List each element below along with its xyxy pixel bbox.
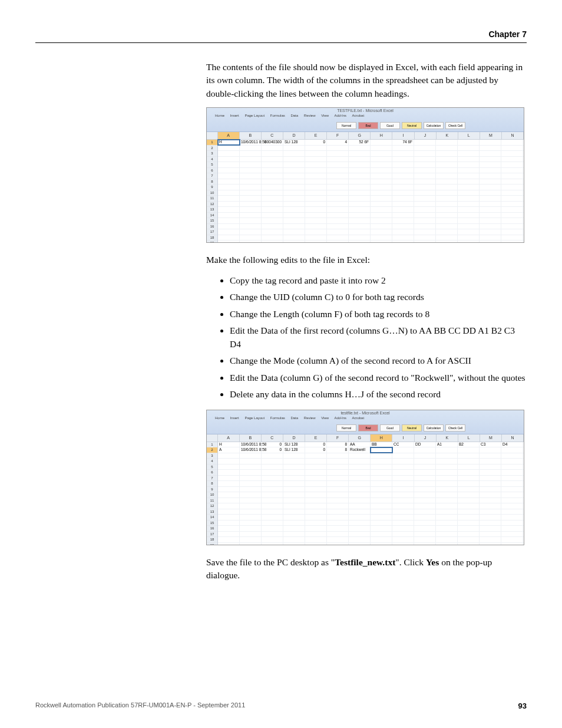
row-number[interactable]: 19 bbox=[207, 241, 217, 243]
cell[interactable] bbox=[262, 498, 283, 503]
cell[interactable] bbox=[392, 515, 414, 520]
cell[interactable] bbox=[349, 503, 371, 509]
cell[interactable] bbox=[305, 537, 327, 542]
cell[interactable]: SLI 128 bbox=[283, 447, 305, 453]
cell[interactable] bbox=[262, 481, 283, 486]
cell[interactable] bbox=[436, 224, 458, 229]
cell[interactable] bbox=[392, 207, 414, 212]
cell[interactable] bbox=[392, 537, 414, 542]
cell[interactable] bbox=[240, 526, 262, 531]
cell[interactable] bbox=[480, 140, 501, 145]
cell[interactable] bbox=[392, 224, 414, 229]
cell[interactable] bbox=[327, 162, 349, 167]
row-number[interactable]: 16 bbox=[207, 224, 217, 230]
cell[interactable] bbox=[262, 241, 283, 243]
cell[interactable] bbox=[218, 543, 240, 545]
cell[interactable] bbox=[349, 151, 371, 156]
cell[interactable] bbox=[240, 218, 262, 223]
cell[interactable] bbox=[414, 447, 436, 453]
cell[interactable] bbox=[480, 213, 501, 218]
cell[interactable]: 52 6F bbox=[349, 140, 371, 145]
cell[interactable] bbox=[458, 241, 480, 243]
col-header[interactable]: G bbox=[349, 132, 371, 139]
ribbon-tab[interactable]: Acrobat bbox=[352, 114, 364, 117]
cell[interactable] bbox=[458, 146, 480, 151]
row-number[interactable]: 13 bbox=[207, 509, 217, 515]
cell[interactable] bbox=[305, 196, 327, 201]
cell[interactable] bbox=[414, 168, 436, 173]
cell[interactable] bbox=[436, 157, 458, 162]
cell[interactable] bbox=[283, 185, 305, 190]
row-number[interactable]: 11 bbox=[207, 196, 217, 202]
cell[interactable] bbox=[392, 498, 414, 503]
cell[interactable] bbox=[480, 459, 501, 464]
col-header[interactable]: B bbox=[240, 434, 262, 442]
cell[interactable] bbox=[262, 190, 283, 196]
style-good[interactable]: Good bbox=[380, 122, 400, 129]
cell[interactable] bbox=[349, 521, 371, 526]
row-number[interactable]: 18 bbox=[207, 235, 217, 241]
cell[interactable] bbox=[414, 487, 436, 492]
cell[interactable] bbox=[240, 185, 262, 190]
ribbon-tab[interactable]: Formulas bbox=[270, 416, 285, 420]
cell[interactable] bbox=[283, 190, 305, 196]
cell[interactable] bbox=[480, 492, 501, 498]
cell[interactable] bbox=[283, 151, 305, 156]
cell[interactable] bbox=[414, 146, 436, 151]
cell[interactable]: AA bbox=[349, 442, 371, 447]
cell[interactable] bbox=[458, 224, 480, 229]
cell[interactable] bbox=[392, 146, 414, 151]
cell[interactable] bbox=[240, 465, 262, 470]
style-normal[interactable]: Normal bbox=[336, 122, 356, 129]
col-header[interactable]: L bbox=[458, 434, 480, 442]
cell[interactable] bbox=[305, 515, 327, 520]
cell[interactable] bbox=[458, 465, 480, 470]
cell[interactable] bbox=[371, 476, 392, 481]
row-number[interactable]: 8 bbox=[207, 179, 217, 185]
cell[interactable] bbox=[414, 218, 436, 223]
cell[interactable] bbox=[218, 532, 240, 537]
cell[interactable] bbox=[283, 235, 305, 241]
cell[interactable] bbox=[436, 515, 458, 520]
cell[interactable] bbox=[240, 492, 262, 498]
cell[interactable] bbox=[414, 481, 436, 486]
cell[interactable] bbox=[501, 196, 523, 201]
col-header[interactable]: H bbox=[371, 132, 392, 139]
row-number[interactable]: 5 bbox=[207, 465, 217, 470]
cell[interactable]: C3 bbox=[480, 442, 501, 447]
style-calculation[interactable]: Calculation bbox=[424, 424, 444, 431]
cell[interactable] bbox=[327, 487, 349, 492]
cell[interactable] bbox=[349, 526, 371, 531]
cell[interactable]: 8 bbox=[327, 442, 349, 447]
row-number[interactable]: 12 bbox=[207, 202, 217, 207]
cell[interactable] bbox=[349, 498, 371, 503]
cell[interactable] bbox=[262, 526, 283, 531]
cell[interactable] bbox=[349, 224, 371, 229]
cell[interactable] bbox=[240, 503, 262, 509]
cell[interactable] bbox=[436, 173, 458, 179]
cell[interactable] bbox=[240, 521, 262, 526]
cell[interactable] bbox=[218, 190, 240, 196]
cell[interactable] bbox=[501, 235, 523, 241]
cell[interactable] bbox=[262, 487, 283, 492]
cell[interactable] bbox=[283, 459, 305, 464]
col-header[interactable]: J bbox=[415, 132, 437, 139]
cell[interactable] bbox=[414, 162, 436, 167]
cell[interactable] bbox=[283, 202, 305, 207]
cell[interactable] bbox=[349, 162, 371, 167]
cell[interactable] bbox=[414, 526, 436, 531]
ribbon-tab[interactable]: Data bbox=[290, 416, 298, 420]
cell[interactable]: 4 bbox=[327, 140, 349, 145]
cell[interactable] bbox=[480, 157, 501, 162]
cell[interactable] bbox=[349, 241, 371, 243]
cell[interactable]: SLI 128 bbox=[283, 442, 305, 447]
cell[interactable] bbox=[436, 532, 458, 537]
cell[interactable] bbox=[458, 537, 480, 542]
cell[interactable] bbox=[305, 543, 327, 545]
cell[interactable] bbox=[392, 487, 414, 492]
row-number[interactable]: 9 bbox=[207, 185, 217, 190]
cell[interactable] bbox=[480, 515, 501, 520]
row-number[interactable]: 3 bbox=[207, 453, 217, 459]
cell[interactable] bbox=[283, 196, 305, 201]
cell[interactable] bbox=[501, 498, 523, 503]
